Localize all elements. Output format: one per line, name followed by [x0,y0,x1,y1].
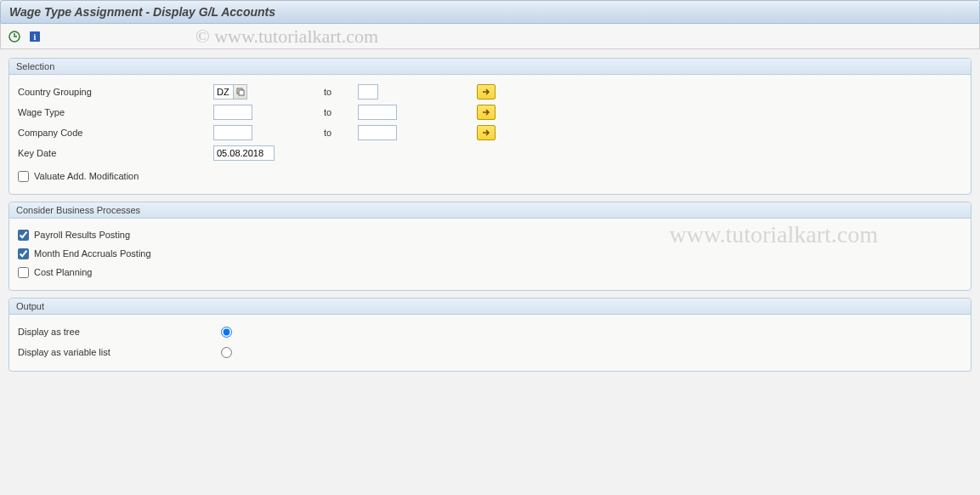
svg-text:i: i [34,32,37,42]
company-code-row: Company Code to [18,122,962,143]
monthend-row: Month End Accruals Posting [18,244,962,263]
output-group-header: Output [9,299,971,315]
f4-help-button[interactable] [234,84,247,100]
wage-type-label: Wage Type [18,107,213,117]
execute-icon [8,30,21,43]
costplan-label: Cost Planning [34,267,93,277]
company-code-from-input[interactable] [213,125,252,140]
monthend-label: Month End Accruals Posting [34,248,151,259]
costplan-row: Cost Planning [18,263,962,282]
display-tree-row: Display as tree [18,321,962,342]
company-code-to-input[interactable] [358,125,397,140]
key-date-input[interactable] [213,145,275,161]
output-group: Output Display as tree Display as variab… [8,298,972,372]
arrow-right-icon [481,88,491,96]
selection-group-header: Selection [9,59,971,75]
country-grouping-row: Country Grouping to [18,82,962,102]
display-list-label: Display as variable list [18,347,213,357]
display-tree-radio[interactable] [221,327,232,338]
key-date-label: Key Date [18,148,213,158]
svg-rect-4 [239,90,244,95]
arrow-right-icon [481,108,491,117]
wage-type-from-input[interactable] [213,105,252,120]
wage-type-to-input[interactable] [358,105,397,120]
key-date-row: Key Date [18,143,962,163]
to-label: to [324,128,358,138]
valuate-checkbox[interactable] [18,171,29,182]
toolbar: i [0,24,980,49]
payroll-row: Payroll Results Posting [18,225,962,244]
content-area: Selection Country Grouping to [0,49,980,380]
payroll-label: Payroll Results Posting [34,230,130,240]
display-tree-label: Display as tree [18,327,213,337]
display-list-row: Display as variable list [18,342,962,362]
to-label: to [324,87,358,97]
processes-group-header: Consider Business Processes [9,202,971,219]
company-code-label: Company Code [18,128,213,138]
info-icon: i [29,31,41,43]
info-button[interactable]: i [26,28,43,45]
arrow-right-icon [481,128,491,137]
payroll-checkbox[interactable] [18,230,29,241]
multiple-selection-button[interactable] [477,125,496,140]
wage-type-row: Wage Type to [18,102,962,122]
processes-group: Consider Business Processes Payroll Resu… [8,202,972,291]
execute-button[interactable] [6,28,23,45]
costplan-checkbox[interactable] [18,267,29,278]
to-label: to [324,107,358,117]
selection-group: Selection Country Grouping to [8,58,972,195]
country-grouping-to-input[interactable] [358,84,378,100]
page-title: Wage Type Assignment - Display G/L Accou… [9,5,275,19]
country-grouping-from-input[interactable] [213,84,234,100]
country-grouping-label: Country Grouping [18,87,213,97]
display-list-radio[interactable] [221,347,232,358]
valuate-row: Valuate Add. Modification [18,167,962,185]
multiple-selection-button[interactable] [477,84,496,100]
valuate-label: Valuate Add. Modification [34,171,139,181]
title-bar: Wage Type Assignment - Display G/L Accou… [0,0,980,24]
monthend-checkbox[interactable] [18,248,29,259]
multiple-selection-button[interactable] [477,105,496,120]
f4-icon [236,88,245,96]
